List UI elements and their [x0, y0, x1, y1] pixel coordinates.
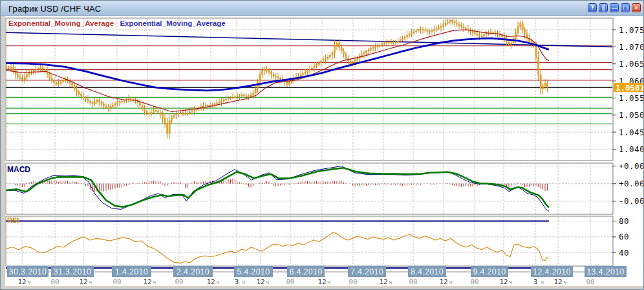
- time-label: 12ч: [79, 278, 92, 286]
- help-icon: ?: [590, 5, 594, 11]
- svg-text:ч: ч: [563, 279, 566, 285]
- svg-text:12: 12: [79, 278, 87, 286]
- date-label: 2.4.2010: [177, 267, 209, 276]
- minimize-icon: —: [612, 5, 617, 11]
- macd-label: MACD: [7, 165, 30, 174]
- pause-button[interactable]: ∥: [599, 3, 608, 12]
- svg-text:1.0500: 1.0500: [619, 110, 644, 120]
- svg-text:00: 00: [113, 278, 121, 286]
- legend-ema-slow: Exponential_Moving_Average: [120, 19, 225, 27]
- svg-text:60: 60: [619, 232, 629, 241]
- time-label: 00: [349, 278, 357, 286]
- svg-text:00: 00: [286, 278, 294, 286]
- svg-text:ч: ч: [327, 279, 330, 285]
- svg-text:00: 00: [175, 278, 183, 286]
- time-label: 12ч: [206, 278, 219, 286]
- svg-text:12: 12: [206, 278, 215, 286]
- time-label: 12ч: [379, 278, 392, 286]
- svg-text:1.0450: 1.0450: [619, 128, 644, 137]
- time-label: 00: [470, 278, 478, 286]
- date-label: 6.4.2010: [289, 267, 322, 276]
- svg-text:12: 12: [17, 278, 26, 286]
- time-label: 12ч: [143, 278, 156, 286]
- chart-canvas[interactable]: 1.07501.07001.06501.06001.05501.05001.04…: [1, 1, 644, 290]
- svg-text:+0.000: +0.000: [619, 179, 644, 188]
- help-button[interactable]: ?: [588, 3, 597, 12]
- close-button[interactable]: ×: [632, 3, 641, 12]
- date-label: 9.4.2010: [473, 267, 506, 276]
- svg-text:00: 00: [586, 278, 594, 286]
- svg-text:1.0550: 1.0550: [619, 93, 644, 103]
- svg-text:1.0400: 1.0400: [619, 144, 644, 154]
- svg-text:12: 12: [499, 278, 508, 286]
- svg-text:12: 12: [379, 278, 387, 286]
- date-label: 5.4.2010: [237, 267, 270, 276]
- svg-text:1.0750: 1.0750: [619, 25, 644, 35]
- time-label: 00: [113, 278, 121, 286]
- svg-text:ч: ч: [389, 279, 392, 285]
- time-label: 00: [175, 278, 183, 286]
- chart-window: 1.07501.07001.06501.06001.05501.05001.04…: [0, 0, 644, 290]
- date-label: 8.4.2010: [411, 267, 444, 276]
- svg-text:ч: ч: [242, 279, 245, 285]
- svg-text:00: 00: [470, 278, 478, 286]
- restore-button[interactable]: □: [621, 3, 630, 12]
- time-label: 12ч: [553, 278, 566, 286]
- pause-icon: ∥: [602, 5, 605, 11]
- svg-text:ч: ч: [509, 279, 512, 285]
- date-label: 13.4.2010: [586, 267, 624, 276]
- svg-text:40: 40: [619, 248, 629, 258]
- svg-text:12: 12: [256, 278, 264, 286]
- svg-text:3: 3: [235, 278, 239, 286]
- time-label: 00: [286, 278, 294, 286]
- svg-text:ч: ч: [541, 279, 544, 285]
- svg-text:12: 12: [143, 278, 151, 286]
- time-label: 12ч: [499, 278, 512, 286]
- svg-text:ч: ч: [449, 279, 452, 285]
- date-label: 30.3.2010: [9, 267, 47, 276]
- time-label: 12ч: [256, 278, 269, 286]
- window-title: График USD /CHF ЧАС: [8, 4, 101, 14]
- titlebar[interactable]: График USD /CHF ЧАС ? ∥ — □ ×: [1, 1, 643, 16]
- date-label: 1.4.2010: [115, 267, 148, 276]
- date-label: 12.4.2010: [533, 267, 570, 276]
- svg-text:1.0650: 1.0650: [619, 59, 644, 69]
- svg-text:+0.005: +0.005: [619, 161, 644, 171]
- close-icon: ×: [634, 5, 639, 11]
- svg-text:80: 80: [619, 216, 629, 226]
- time-label: 00: [409, 278, 417, 286]
- svg-text:ч: ч: [216, 279, 219, 285]
- time-label: 12ч: [317, 278, 330, 286]
- svg-text:12: 12: [317, 278, 326, 286]
- legend-ema-fast: Exponential_Moving_Average: [8, 19, 114, 27]
- svg-text:ч: ч: [153, 279, 156, 285]
- time-label: 12ч: [17, 278, 30, 286]
- indicator-legend: Exponential_Moving_Average Exponential_M…: [8, 19, 226, 27]
- svg-text:00: 00: [349, 278, 357, 286]
- window-controls: ? ∥ — □ ×: [588, 3, 641, 12]
- svg-text:12: 12: [553, 278, 562, 286]
- minimize-button[interactable]: —: [610, 3, 619, 12]
- restore-icon: □: [623, 5, 628, 11]
- time-label: 12ч: [439, 278, 452, 286]
- date-label: 31.3.2010: [54, 267, 91, 276]
- svg-text:-0.005: -0.005: [619, 196, 644, 206]
- svg-text:1.0700: 1.0700: [619, 42, 644, 52]
- time-label: 00: [586, 278, 594, 286]
- svg-text:ч: ч: [89, 279, 92, 285]
- svg-text:00: 00: [50, 278, 59, 286]
- rsi-label: RSI: [7, 216, 19, 224]
- svg-text:12: 12: [439, 278, 447, 286]
- svg-text:00: 00: [409, 278, 417, 286]
- svg-text:ч: ч: [27, 279, 30, 285]
- date-label: 7.4.2010: [350, 267, 383, 276]
- svg-text:ч: ч: [266, 279, 269, 285]
- time-label: 00: [50, 278, 59, 286]
- svg-text:3: 3: [533, 278, 538, 286]
- svg-text:1.0581: 1.0581: [616, 83, 644, 93]
